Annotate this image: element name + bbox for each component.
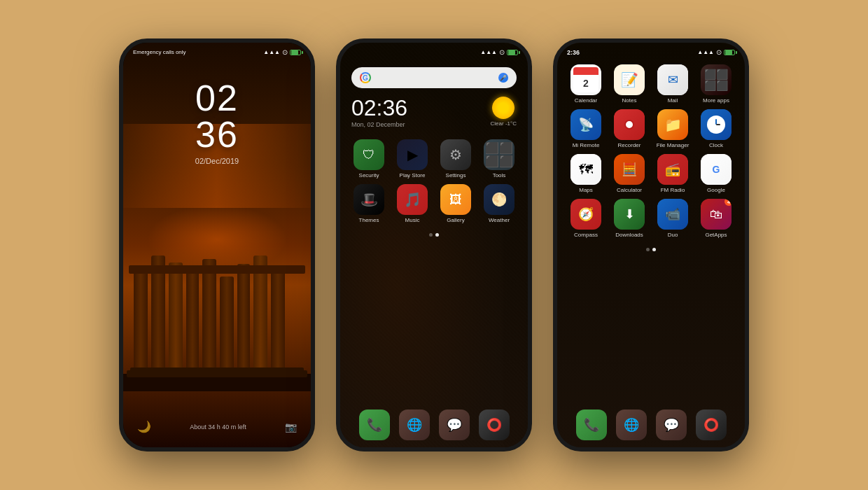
app-fmradio[interactable]: 📻 FM Radio <box>654 154 692 193</box>
app-downloads[interactable]: ⬇ Downloads <box>610 199 648 238</box>
themes-label: Themes <box>359 217 379 223</box>
lock-hours: 02 <box>195 80 239 116</box>
drawer-row-4: 🧭 Compass ⬇ Downloads 📹 <box>557 199 745 244</box>
weather-condition: Clear -1°C <box>491 120 517 127</box>
page-dots <box>340 229 528 241</box>
home-wifi-icon: ⊙ <box>499 48 505 56</box>
drawer-row-3: 🗺 Maps 🧮 Calculator 📻 <box>557 154 745 199</box>
drawer-status-icons: ▲▲▲ ⊙ <box>697 48 735 56</box>
calculator-label: Calculator <box>617 187 642 193</box>
drawer-battery-icon <box>724 50 735 55</box>
app-tools[interactable]: ⬛⬛⬛⬛ Tools <box>480 139 518 178</box>
calculator-icon: 🧮 <box>614 154 645 185</box>
drawer-dock-camera[interactable]: ⭕ <box>696 410 727 440</box>
calendar-icon: 2 <box>570 64 601 95</box>
app-clock[interactable]: Clock <box>697 109 735 148</box>
drawer-dock-browser[interactable]: 🌐 <box>616 410 647 440</box>
dock-phone[interactable]: 📞 <box>359 410 390 440</box>
maps-icon: 🗺 <box>570 154 601 185</box>
mic-icon[interactable]: 🎤 <box>498 73 508 83</box>
app-weather[interactable]: 🌕 Weather <box>480 184 518 223</box>
lock-minutes: 36 <box>195 116 239 153</box>
app-filemanager[interactable]: 📁 File Manager <box>654 109 692 148</box>
status-icons: ▲▲▲ ⊙ <box>263 48 301 56</box>
home-signal-icon: ▲▲▲ <box>480 49 497 55</box>
dock-messages[interactable]: 💬 <box>439 410 470 440</box>
dot-1 <box>429 233 433 237</box>
google-search-bar[interactable]: G 🎤 <box>351 67 517 88</box>
app-themes[interactable]: 🎩 Themes <box>350 184 388 223</box>
dot-2 <box>435 233 439 237</box>
app-settings[interactable]: ⚙ Settings <box>437 139 475 178</box>
app-security[interactable]: 🛡 Security <box>350 139 388 178</box>
weather-time-widget: 02:36 Mon, 02 December Clear -1°C <box>340 94 528 134</box>
camera-icon[interactable]: 📷 <box>285 421 297 433</box>
drawer-page-dots <box>557 244 745 255</box>
app-calendar[interactable]: 2 Calendar <box>567 64 605 104</box>
dock-browser[interactable]: 🌐 <box>399 410 430 440</box>
app-calculator[interactable]: 🧮 Calculator <box>610 154 648 193</box>
calendar-label: Calendar <box>575 97 597 104</box>
emergency-text: Emergency calls only <box>133 49 186 55</box>
app-maps[interactable]: 🗺 Maps <box>567 154 605 193</box>
app-google[interactable]: G Google <box>697 154 735 193</box>
tools-icon: ⬛⬛⬛⬛ <box>484 139 514 170</box>
battery-icon <box>290 50 301 55</box>
recorder-icon <box>614 109 645 140</box>
lock-content: 02 36 02/Dec/2019 <box>123 59 311 165</box>
duo-label: Duo <box>668 232 678 238</box>
notes-label: Notes <box>622 97 637 104</box>
playstore-label: Play Store <box>400 172 426 178</box>
appdrawer-phone: 2:36 ▲▲▲ ⊙ 2 <box>553 38 749 451</box>
app-music[interactable]: 🎵 Music <box>393 184 431 223</box>
miremote-label: Mi Remote <box>573 142 600 148</box>
gallery-label: Gallery <box>447 217 464 223</box>
time-section: 02:36 Mon, 02 December <box>351 97 407 128</box>
lock-bottom-bar: 🌙 About 34 h 40 m left 📷 <box>123 420 311 433</box>
music-label: Music <box>405 217 420 223</box>
app-compass[interactable]: 🧭 Compass <box>567 199 605 238</box>
app-moreapps[interactable]: ⬛⬛⬛⬛ More apps <box>697 64 735 104</box>
drawer-dock-messages[interactable]: 💬 <box>656 410 687 440</box>
mail-label: Mail <box>668 97 678 104</box>
lock-date: 02/Dec/2019 <box>195 157 239 165</box>
app-playstore[interactable]: ▶ Play Store <box>393 139 431 178</box>
app-miremote[interactable]: 📡 Mi Remote <box>567 109 605 148</box>
lockscreen-phone: Emergency calls only ▲▲▲ ⊙ 02 36 02/Dec/… <box>119 38 315 451</box>
home-status-icons: ▲▲▲ ⊙ <box>480 48 518 56</box>
home-date-display: Mon, 02 December <box>351 121 407 128</box>
notes-icon: 📝 <box>614 64 645 95</box>
drawer-time: 2:36 <box>567 49 580 56</box>
tools-label: Tools <box>493 172 506 178</box>
app-recorder[interactable]: Recorder <box>610 109 648 148</box>
clock-label: Clock <box>709 142 723 148</box>
homescreen-phone: ▲▲▲ ⊙ G 🎤 02:36 Mon, 02 December <box>336 38 532 451</box>
drawer-wifi-icon: ⊙ <box>716 48 722 56</box>
drawer-signal-icon: ▲▲▲ <box>697 49 714 55</box>
security-icon: 🛡 <box>354 139 384 170</box>
app-gallery[interactable]: 🖼 Gallery <box>437 184 475 223</box>
gallery-icon: 🖼 <box>440 184 471 215</box>
themes-icon: 🎩 <box>354 184 384 215</box>
app-getapps[interactable]: 🛍 4 GetApps <box>697 199 735 238</box>
moreapps-label: More apps <box>703 97 729 104</box>
home-time-display: 02:36 <box>351 97 407 119</box>
miremote-icon: 📡 <box>570 109 601 140</box>
drawer-dot-1 <box>646 248 650 251</box>
mail-icon: ✉ <box>657 64 688 95</box>
drawer-dock-phone[interactable]: 📞 <box>576 410 607 440</box>
clock-icon <box>701 109 732 140</box>
settings-icon: ⚙ <box>440 139 471 170</box>
filemanager-label: File Manager <box>657 142 690 148</box>
drawer-battery-fill <box>725 50 732 55</box>
app-duo[interactable]: 📹 Duo <box>654 199 692 238</box>
app-notes[interactable]: 📝 Notes <box>610 64 648 104</box>
dock-camera[interactable]: ⭕ <box>479 410 510 440</box>
signal-icon: ▲▲▲ <box>263 49 280 55</box>
settings-label: Settings <box>446 172 466 178</box>
weather-section: Clear -1°C <box>491 97 517 127</box>
app-mail[interactable]: ✉ Mail <box>654 64 692 104</box>
lockscreen-status-bar: Emergency calls only ▲▲▲ ⊙ <box>123 43 311 59</box>
fmradio-label: FM Radio <box>661 187 685 193</box>
homescreen-status-bar: ▲▲▲ ⊙ <box>340 43 528 59</box>
